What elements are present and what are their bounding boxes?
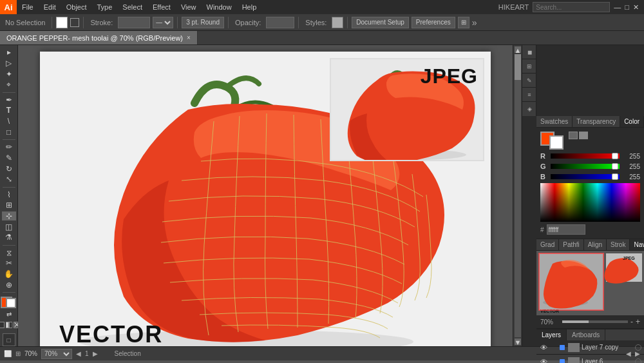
green-slider[interactable] xyxy=(551,164,620,169)
nav-zoom-fill xyxy=(562,320,589,323)
gradient-btn[interactable] xyxy=(6,322,12,328)
panel-toggle-right[interactable]: » xyxy=(472,17,477,28)
scroll-track xyxy=(515,54,521,337)
artboards-tab[interactable]: Artboards xyxy=(567,329,605,340)
warp-tool[interactable]: ⌇ xyxy=(2,190,16,199)
screen-mode-btn[interactable]: □ xyxy=(3,333,15,346)
transform-panel-icon[interactable]: ⊞ xyxy=(522,59,536,74)
free-transform-tool[interactable]: ⊞ xyxy=(2,201,16,210)
preferences-btn[interactable]: Preferences xyxy=(412,17,455,28)
zoom-tool[interactable]: ⊕ xyxy=(2,280,16,289)
fg-bg-colors[interactable] xyxy=(540,132,564,150)
direct-selection-tool[interactable]: ▷ xyxy=(2,59,16,68)
nav-zoom-out[interactable]: - xyxy=(630,317,633,326)
line-tool[interactable]: \ xyxy=(2,117,16,126)
align-panel-icon[interactable]: ≡ xyxy=(522,88,536,102)
menu-help[interactable]: Help xyxy=(237,0,262,14)
pencil-tool[interactable]: ✎ xyxy=(2,153,16,163)
window-minimize[interactable]: — xyxy=(614,3,621,11)
layer-target-0[interactable] xyxy=(635,344,641,351)
stroke-input[interactable] xyxy=(118,17,150,28)
green-slider-thumb[interactable] xyxy=(612,163,618,170)
swatches-tab[interactable]: Swatches xyxy=(536,116,573,127)
align-tab[interactable]: Align xyxy=(584,239,607,250)
brush-select[interactable]: 3 pt. Round xyxy=(182,17,224,28)
opacity-input[interactable]: 100% xyxy=(266,17,294,28)
layer-target-1[interactable] xyxy=(635,358,641,364)
stroke-panel-icon[interactable]: ✎ xyxy=(522,74,536,88)
zoom-select[interactable]: 70% 50% 100% xyxy=(41,349,72,359)
nav-zoom-track[interactable] xyxy=(562,320,628,323)
rectangle-tool[interactable]: □ xyxy=(2,127,16,137)
fill-stroke-widget[interactable] xyxy=(1,297,17,309)
stroke-select[interactable]: — xyxy=(153,17,173,28)
tab-close-btn[interactable]: × xyxy=(187,34,191,41)
gradient-tab[interactable]: Grad xyxy=(536,239,559,250)
magic-wand-tool[interactable]: ✦ xyxy=(2,69,16,79)
page-next[interactable]: ▶ xyxy=(93,350,98,357)
gradient-type-radial[interactable] xyxy=(579,132,588,139)
page-prev[interactable]: ◀ xyxy=(76,350,81,357)
paintbrush-tool[interactable]: ✏ xyxy=(2,142,16,152)
swap-fill-stroke[interactable]: ⇄ xyxy=(2,309,16,319)
scissors-tool[interactable]: ✂ xyxy=(2,259,16,268)
gradient-type-linear[interactable] xyxy=(569,132,578,139)
selection-tool[interactable]: ▸ xyxy=(2,48,16,57)
navigator-tab[interactable]: Navigator xyxy=(630,239,644,250)
scale-tool[interactable]: ⤡ xyxy=(2,175,16,184)
styles-box[interactable] xyxy=(332,17,343,28)
type-tool[interactable]: T xyxy=(2,106,16,115)
layer-visibility-1[interactable]: 👁 xyxy=(539,358,548,364)
color-mode-indicator xyxy=(569,132,640,141)
layers-tab[interactable]: Layers xyxy=(536,329,567,340)
fill-color-box[interactable] xyxy=(56,17,68,28)
swatches-panel-icon[interactable]: ◼ xyxy=(522,45,536,59)
background-color[interactable] xyxy=(549,135,564,150)
stroke-color-box[interactable] xyxy=(70,18,79,27)
solid-color-btn[interactable] xyxy=(0,322,5,328)
blend-tool[interactable]: ⧖ xyxy=(2,248,16,257)
mesh-tool[interactable]: ⊹ xyxy=(2,211,16,221)
window-maximize[interactable]: □ xyxy=(625,3,629,11)
appearance-panel-icon[interactable]: ◈ xyxy=(522,102,536,116)
window-close[interactable]: ✕ xyxy=(633,3,639,12)
menu-object[interactable]: Object xyxy=(61,0,92,14)
nav-next[interactable]: ▶ xyxy=(635,350,640,357)
nav-zoom-in[interactable]: + xyxy=(636,317,640,326)
rotate-tool[interactable]: ↻ xyxy=(2,164,16,173)
hand-tool[interactable]: ✋ xyxy=(2,270,16,279)
gradient-tool[interactable]: ◫ xyxy=(2,222,16,231)
layer-visibility-0[interactable]: 👁 xyxy=(539,344,548,351)
menu-edit[interactable]: Edit xyxy=(39,0,61,14)
document-tab[interactable]: ORANGE PEPPER- mesh toolai @ 70% (RGB/Pr… xyxy=(0,31,198,44)
scroll-down-btn[interactable]: ▼ xyxy=(515,338,521,345)
search-input[interactable] xyxy=(533,2,610,12)
scroll-up-btn[interactable]: ▲ xyxy=(515,46,521,53)
canvas-scrollbar[interactable]: ▲ ▼ xyxy=(513,45,522,346)
menu-file[interactable]: File xyxy=(17,0,39,14)
pen-tool[interactable]: ✒ xyxy=(2,95,16,104)
pathfinder-tab[interactable]: Pathfi xyxy=(559,239,584,250)
blue-slider[interactable] xyxy=(551,174,620,179)
red-slider-thumb[interactable] xyxy=(612,153,618,159)
color-tab[interactable]: Color xyxy=(620,116,644,127)
scroll-thumb[interactable] xyxy=(515,54,521,80)
doc-setup-btn[interactable]: Document Setup xyxy=(352,17,409,28)
stroke-box[interactable] xyxy=(6,298,16,308)
lasso-tool[interactable]: ⌖ xyxy=(2,80,16,90)
menu-select[interactable]: Select xyxy=(117,0,147,14)
color-spectrum[interactable] xyxy=(540,183,640,222)
hex-label: # xyxy=(540,226,544,233)
transparency-tab[interactable]: Transparency xyxy=(573,116,620,127)
menu-window[interactable]: Window xyxy=(202,0,237,14)
menu-type[interactable]: Type xyxy=(92,0,118,14)
stroke-tab[interactable]: Strok xyxy=(607,239,630,250)
menu-effect[interactable]: Effect xyxy=(147,0,176,14)
hex-input[interactable] xyxy=(547,224,585,235)
nav-prev[interactable]: ◀ xyxy=(626,350,631,357)
eyedropper-tool[interactable]: ⚗ xyxy=(2,233,16,242)
red-slider[interactable] xyxy=(551,153,620,159)
blue-slider-thumb[interactable] xyxy=(612,173,618,180)
menu-view[interactable]: View xyxy=(176,0,202,14)
cs-connect-btn[interactable]: ⊞ xyxy=(458,17,469,28)
